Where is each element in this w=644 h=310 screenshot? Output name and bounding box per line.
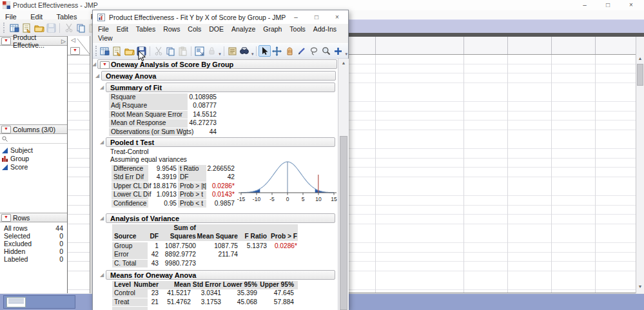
columns-red-triangle-menu[interactable]: ▼ (1, 126, 11, 133)
row-number-cells[interactable] (68, 55, 90, 293)
scrollbar-thumb[interactable] (637, 64, 643, 86)
copy-icon[interactable] (75, 22, 87, 34)
datatable-grid[interactable] (348, 55, 636, 293)
new-journal-icon[interactable] (111, 45, 123, 57)
report-close-button[interactable]: × (329, 14, 346, 21)
means-upper95: 47.645 (259, 289, 294, 298)
column-item-subject[interactable]: Subject (2, 146, 33, 154)
menu-edit[interactable]: Edit (117, 24, 128, 34)
nominal-column-icon (2, 156, 8, 162)
column-item-label: Subject (10, 146, 33, 154)
disclosure-icon[interactable]: ◢ (99, 84, 105, 90)
columns-panel-header[interactable]: ▼ Columns (3/0) (0, 124, 67, 134)
main-maximize-button[interactable]: □ (600, 1, 616, 9)
stat-label: Rsquare (109, 93, 188, 102)
menu-tools[interactable]: Tools (289, 24, 306, 34)
main-close-button[interactable]: × (623, 1, 639, 9)
stat-label: DF (178, 173, 206, 182)
report-window-icon (97, 14, 105, 21)
cut-icon[interactable] (152, 45, 164, 57)
datatable-corner-cell[interactable]: ◁ ▼ (68, 36, 90, 55)
report-window-titlebar: Product Effectiveness - Fit Y by X of Sc… (93, 10, 348, 24)
open-folder-icon[interactable] (123, 45, 135, 57)
t-test-assumption-label: Assuming equal variances (110, 156, 187, 163)
toolbar-overflow-icon[interactable]: ▾ (219, 52, 221, 57)
main-minimize-button[interactable]: – (576, 1, 593, 9)
menu-analyze[interactable]: Analyze (231, 24, 255, 34)
disclosure-icon[interactable]: ◢ (94, 73, 101, 79)
disclosure-icon[interactable]: ◢ (99, 139, 105, 145)
menu-graph[interactable]: Graph (263, 24, 282, 34)
grabber-hand-tool-icon[interactable] (283, 45, 295, 57)
means-upper95: 57.884 (259, 298, 294, 307)
menu-view[interactable]: View (98, 34, 113, 43)
report-vertical-scrollbar[interactable]: ▲ (338, 59, 349, 310)
cut-icon[interactable] (63, 22, 75, 34)
menu-cols[interactable]: Cols (188, 24, 201, 34)
taskbar-button[interactable] (3, 295, 75, 309)
paste-icon[interactable] (177, 45, 189, 57)
copy-icon[interactable] (164, 45, 177, 57)
disclosure-icon[interactable]: ◢ (99, 272, 105, 278)
new-data-table-icon[interactable] (99, 45, 111, 57)
scroll-down-icon[interactable]: ▼ (636, 284, 644, 289)
means-header[interactable]: Means for Oneway Anova (106, 270, 335, 280)
analysis-of-variance-header[interactable]: Analysis of Variance (106, 213, 335, 223)
layout-manager-icon[interactable] (193, 45, 206, 57)
table-red-triangle-menu[interactable]: ▼ (1, 37, 11, 45)
rows-panel-header[interactable]: ▼ Rows (0, 213, 67, 222)
columns-search-box[interactable] (0, 135, 67, 144)
pooled-t-test-header[interactable]: Pooled t Test (106, 137, 335, 147)
open-folder-icon[interactable] (33, 22, 45, 34)
save-icon[interactable] (45, 22, 57, 34)
table-panel-header[interactable]: ▼ Product Effective... ▷ (0, 36, 67, 46)
annotate-plus-tool-icon[interactable] (332, 45, 344, 57)
column-item-score[interactable]: Score (2, 163, 28, 171)
column-item-group[interactable]: Group (2, 155, 29, 162)
datatable-column-headers[interactable] (348, 37, 636, 55)
menu-doe[interactable]: DOE (209, 24, 224, 34)
column-item-label: Group (10, 155, 29, 162)
lasso-tool-icon[interactable] (307, 45, 320, 57)
report-minimize-button[interactable]: – (288, 14, 304, 21)
disclosure-icon[interactable]: ◢ (93, 61, 97, 67)
menu-file[interactable]: File (98, 24, 109, 34)
column-header: Mean (165, 281, 191, 289)
oneway-anova-header[interactable]: Oneway Anova (101, 71, 336, 81)
report-maximize-button[interactable]: □ (308, 14, 325, 21)
journal-icon[interactable] (226, 45, 239, 57)
magnifier-tool-icon[interactable] (320, 45, 332, 57)
summary-of-fit-header[interactable]: Summary of Fit (106, 82, 335, 92)
crosshair-tool-icon[interactable] (271, 45, 283, 57)
svg-text:-15: -15 (237, 196, 246, 202)
menu-addins[interactable]: Add-Ins (313, 24, 337, 34)
datatable-vertical-scrollbar[interactable]: ▲ ▼ (636, 37, 644, 293)
stat-value: 0 (37, 255, 63, 263)
brush-tool-icon[interactable] (295, 45, 307, 57)
anova-ms: 211.74 (193, 251, 238, 259)
lock-icon[interactable] (206, 45, 218, 57)
menu-rows[interactable]: Rows (163, 24, 180, 34)
column-item-label: Score (10, 163, 28, 171)
oneway-analysis-header[interactable]: ▼ Oneway Analysis of Score By Group (97, 59, 337, 69)
toolbar-separator (150, 46, 150, 56)
disclosure-icon[interactable]: ◢ (99, 215, 105, 221)
scrollbar-thumb[interactable] (340, 136, 347, 310)
arrow-tool-icon[interactable] (259, 45, 271, 57)
toolbar-overflow-icon[interactable]: ▾ (251, 52, 254, 57)
scroll-up-icon[interactable]: ▲ (636, 56, 644, 61)
new-journal-icon[interactable] (21, 22, 33, 34)
rows-panel-red-triangle-menu[interactable]: ▼ (1, 214, 11, 222)
oneway-red-triangle-menu[interactable]: ▼ (100, 61, 110, 69)
report-menubar: File Edit Tables Rows Cols DOE Analyze G… (93, 24, 348, 43)
datatable-row-header-column[interactable]: ◁ ▼ (68, 36, 90, 293)
new-data-table-icon[interactable] (8, 22, 21, 34)
scroll-up-icon[interactable]: ▲ (340, 61, 347, 65)
rows-red-triangle-menu[interactable]: ▼ (70, 47, 80, 55)
chevron-right-icon[interactable]: ▷ (61, 38, 66, 44)
toolbar-separator (191, 46, 191, 56)
menu-tables[interactable]: Tables (136, 24, 155, 34)
binoculars-search-icon[interactable] (239, 45, 251, 57)
significant-p-value: 0.0143* (206, 191, 235, 199)
toolbar-overflow-icon[interactable]: ▾ (345, 52, 347, 57)
